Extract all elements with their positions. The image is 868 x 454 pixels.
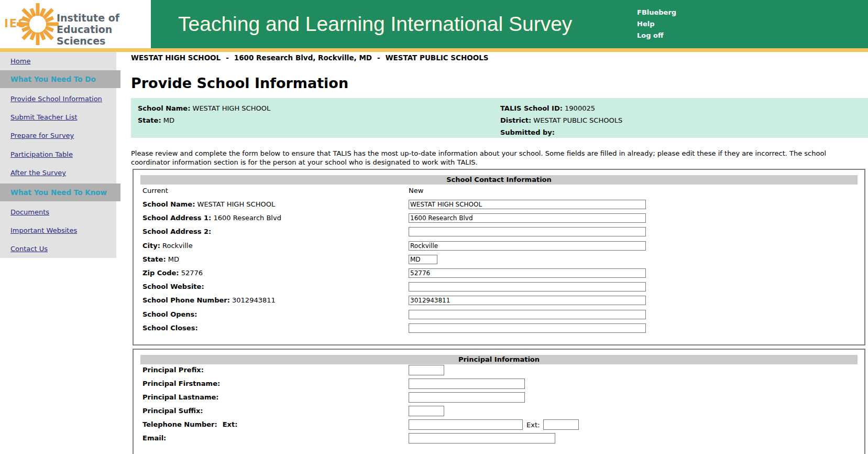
principal-firstname-input[interactable] — [409, 379, 525, 389]
field-label-principal-lastname: Principal Lastname: — [142, 393, 218, 401]
state-input[interactable] — [409, 255, 437, 264]
field-label-school-name: School Name: WESTAT HIGH SCHOOL — [142, 200, 275, 208]
app-title: Teaching and Learning International Surv… — [178, 0, 572, 48]
field-label-city: City: Rockville — [142, 242, 193, 250]
talis-school-info-page: IES — [0, 0, 868, 454]
zip-code-input[interactable] — [409, 268, 646, 278]
field-label-principal-firstname: Principal Firstname: — [142, 380, 220, 387]
breadcrumb-district: WESTAT PUBLIC SCHOOLS — [386, 53, 489, 62]
section-title-bar: School Contact Information — [140, 175, 858, 185]
field-label-school-address-1: School Address 1: 1600 Research Blvd — [142, 214, 281, 222]
field-label-school-phone-number: School Phone Number: 3012943811 — [142, 296, 276, 304]
instructions-text: Please review and complete the form belo… — [131, 149, 855, 167]
breadcrumb-separator: - — [377, 53, 380, 62]
gold-divider — [0, 48, 868, 52]
field-label-principal-prefix: Principal Prefix: — [142, 366, 204, 374]
breadcrumb-school: WESTAT HIGH SCHOOL — [131, 53, 221, 62]
field-label-zip-code: Zip Code: 52776 — [142, 269, 203, 277]
sidebar-item-documents[interactable]: Documents — [10, 208, 49, 216]
breadcrumb: WESTAT HIGH SCHOOL-1600 Research Blvd, R… — [131, 53, 489, 62]
sidebar-section-what-you-need-to-do: What You Need To Do — [0, 70, 120, 88]
page-title: Provide School Information — [131, 75, 348, 91]
sidebar-item-prepare-for-survey[interactable]: Prepare for Survey — [10, 132, 74, 139]
sidebar-item-important-websites[interactable]: Important Websites — [10, 226, 77, 234]
principal-telephone-ext-input[interactable] — [543, 419, 579, 430]
summary-district: District: WESTAT PUBLIC SCHOOLS — [500, 116, 622, 124]
field-label-school-opens: School Opens: — [142, 310, 197, 318]
school-closes-input[interactable] — [409, 323, 646, 333]
summary-school-name: School Name: WESTAT HIGH SCHOOL — [138, 104, 270, 112]
school-address-1-input[interactable] — [409, 213, 646, 223]
sidebar-item-home[interactable]: Home — [10, 57, 30, 65]
field-label-school-address-2: School Address 2: — [142, 228, 211, 235]
sidebar-item-contact-us[interactable]: Contact Us — [10, 245, 48, 253]
current-column-header: Current — [142, 187, 168, 194]
school-contact-section: School Contact Information Current New S… — [133, 169, 865, 345]
field-label-telephone-number: Telephone Number:Ext: — [142, 420, 237, 428]
principal-telephone-input[interactable] — [409, 419, 523, 430]
help-link[interactable]: Help — [637, 20, 654, 28]
sidebar-section-label: What You Need To Do — [10, 75, 96, 83]
ies-logo: IES — [0, 0, 151, 48]
principal-prefix-input[interactable] — [409, 365, 444, 375]
principal-email-input[interactable] — [409, 433, 555, 444]
field-label-school-closes: School Closes: — [142, 324, 198, 332]
sidebar-item-participation-table[interactable]: Participation Table — [10, 150, 73, 158]
summary-submitted-by: Submitted by: — [500, 128, 555, 136]
field-label-principal-suffix: Principal Suffix: — [142, 407, 203, 415]
school-summary-box: School Name: WESTAT HIGH SCHOOL State: M… — [131, 98, 868, 138]
school-website-input[interactable] — [409, 282, 646, 291]
username-link[interactable]: FBlueberg — [637, 8, 676, 16]
school-opens-input[interactable] — [409, 310, 646, 319]
sidebar-section-what-you-need-to-know: What You Need To Know — [0, 183, 120, 201]
ies-sunburst-icon — [16, 2, 60, 46]
breadcrumb-separator: - — [226, 53, 229, 62]
sidebar-item-submit-teacher-list[interactable]: Submit Teacher List — [10, 113, 78, 121]
summary-state: State: MD — [138, 116, 174, 124]
sidebar-item-provide-school-information[interactable]: Provide School Information — [10, 95, 102, 103]
principal-lastname-input[interactable] — [409, 392, 525, 403]
field-label-email: Email: — [142, 434, 166, 442]
sidebar-item-after-the-survey[interactable]: After the Survey — [10, 169, 66, 177]
summary-talis-id: TALIS School ID: 1900025 — [500, 104, 595, 112]
field-label-state: State: MD — [142, 255, 179, 263]
ies-org-name: Institute of Education Sciences — [57, 12, 151, 47]
ext-label: Ext: — [526, 421, 540, 429]
new-column-header: New — [409, 187, 423, 194]
app-header: IES — [0, 0, 868, 48]
city-input[interactable] — [409, 241, 646, 251]
school-name-input[interactable] — [409, 200, 646, 209]
school-address-2-input[interactable] — [409, 227, 646, 236]
principal-section: Principal Information Principal Prefix: … — [133, 349, 865, 454]
sidebar-section-label: What You Need To Know — [10, 188, 107, 197]
logoff-link[interactable]: Log off — [637, 31, 664, 39]
principal-suffix-input[interactable] — [409, 406, 444, 416]
school-phone-number-input[interactable] — [409, 296, 646, 305]
breadcrumb-address: 1600 Research Blvd, Rockville, MD — [234, 53, 372, 62]
field-label-school-website: School Website: — [142, 283, 204, 290]
section-title-bar: Principal Information — [140, 355, 858, 364]
